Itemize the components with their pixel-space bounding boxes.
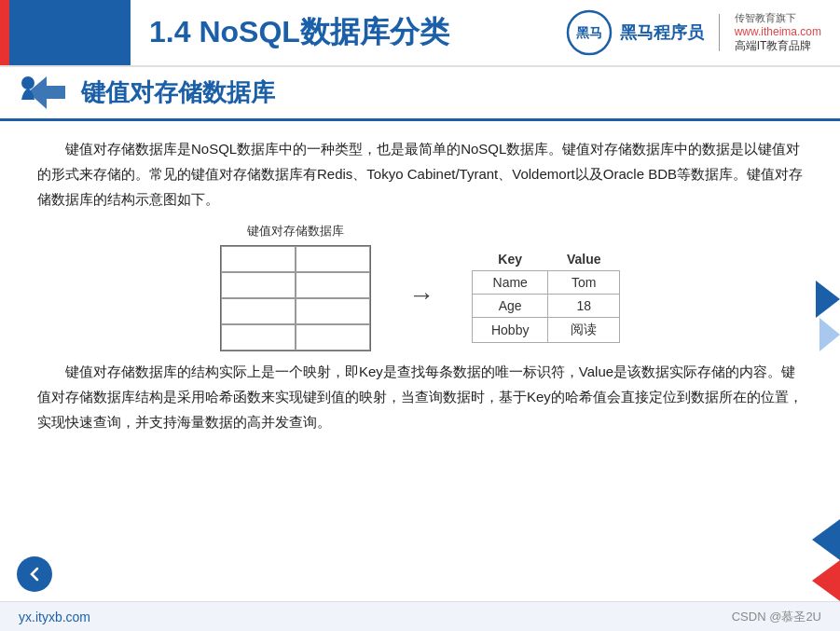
- subheader-icon: [19, 72, 70, 114]
- main-content: 键值对存储数据库是NoSQL数据库中的一种类型，也是最简单的NoSQL数据库。键…: [0, 121, 840, 434]
- table-row: Hobby阅读: [472, 318, 619, 343]
- paragraph1: 键值对存储数据库是NoSQL数据库中的一种类型，也是最简单的NoSQL数据库。键…: [37, 136, 803, 212]
- logo-brand: 黑马程序员: [620, 21, 704, 44]
- header: 1.4 NoSQL数据库分类 黑马 黑马程序员 传智教育旗下 www.ithei…: [0, 0, 840, 67]
- header-title-area: 1.4 NoSQL数据库分类: [131, 0, 566, 65]
- kv-table: Key Value NameTomAge18Hobby阅读: [472, 248, 620, 343]
- kv-cell: [296, 246, 370, 272]
- logo-sub: 传智教育旗下 www.itheima.com 高端IT教育品牌: [735, 11, 821, 54]
- kv-cell: [221, 272, 296, 298]
- kv-cell: [296, 324, 370, 350]
- kv-table-container: Key Value NameTomAge18Hobby阅读: [472, 248, 620, 343]
- svg-point-3: [21, 76, 34, 89]
- diagram-label: 键值对存储数据库: [247, 223, 344, 240]
- diagram-area: 键值对存储数据库 → Key Value: [37, 223, 803, 351]
- kv-cell: [221, 246, 296, 272]
- logo-area: 黑马 黑马程序员 传智教育旗下 www.itheima.com 高端IT教育品牌: [566, 0, 840, 65]
- kv-cell: [221, 298, 296, 324]
- key-cell: Age: [472, 295, 547, 318]
- header-title: 1.4 NoSQL数据库分类: [149, 12, 449, 53]
- table-row: NameTom: [472, 271, 619, 295]
- paragraph2: 键值对存储数据库的结构实际上是一个映射，即Key是查找每条数据的唯一标识符，Va…: [37, 359, 803, 434]
- kv-grid: [220, 245, 371, 351]
- logo-separator: [719, 14, 720, 51]
- col-key-header: Key: [472, 248, 547, 271]
- kv-grid-container: 键值对存储数据库: [220, 223, 371, 351]
- logo-text: 黑马程序员: [620, 21, 704, 44]
- key-cell: Name: [472, 271, 547, 295]
- logo-tagline1: 传智教育旗下: [735, 11, 821, 25]
- value-cell: Tom: [548, 271, 620, 295]
- value-cell: 18: [548, 295, 620, 318]
- subheader-title: 键值对存储数据库: [81, 76, 275, 109]
- red-block: [0, 0, 9, 65]
- deco-tri-red: [812, 560, 840, 601]
- footer-right: CSDN @慕圣2U: [732, 609, 821, 625]
- table-row: Age18: [472, 295, 619, 318]
- kv-cell: [296, 298, 370, 324]
- deco-tri-blue: [812, 519, 840, 560]
- svg-text:黑马: 黑马: [576, 25, 602, 40]
- kv-cell: [221, 324, 296, 350]
- bottom-deco: [812, 519, 840, 601]
- logo-url: www.itheima.com: [735, 25, 821, 38]
- col-value-header: Value: [548, 248, 620, 271]
- logo-icon: 黑马: [566, 9, 613, 56]
- footer-left: yx.ityxb.com: [19, 610, 90, 624]
- side-decorations: [816, 281, 840, 351]
- back-icon: [25, 565, 44, 583]
- deco-arrow-outline: [819, 318, 840, 351]
- logo-tagline2: 高端IT教育品牌: [735, 38, 821, 54]
- value-cell: 阅读: [548, 318, 620, 343]
- kv-cell: [296, 272, 370, 298]
- arrow-right-icon: →: [408, 281, 434, 310]
- blue-block: [9, 0, 131, 65]
- key-cell: Hobby: [472, 318, 547, 343]
- footer: yx.ityxb.com CSDN @慕圣2U: [0, 601, 840, 631]
- deco-arrow-blue: [816, 281, 840, 318]
- back-button[interactable]: [17, 556, 52, 592]
- subheader: 键值对存储数据库: [0, 67, 840, 121]
